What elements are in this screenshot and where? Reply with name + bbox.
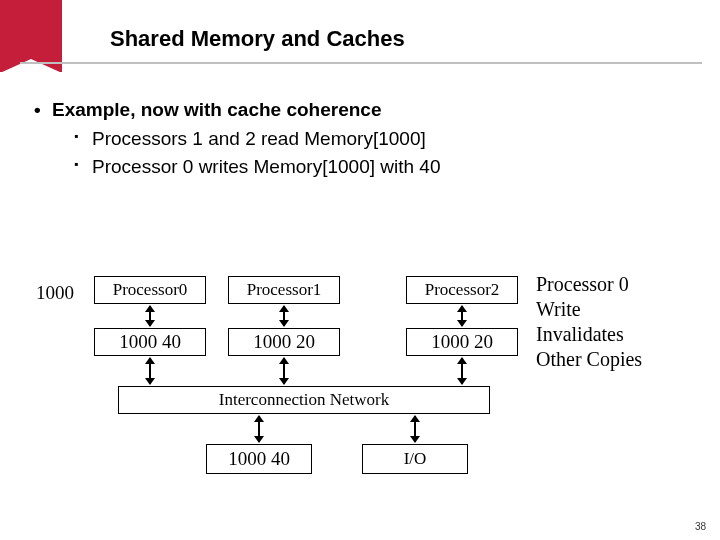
annotation-line: Invalidates (536, 322, 642, 347)
arrow-proc2-cache (461, 306, 463, 326)
io-box: I/O (362, 444, 468, 474)
bullet-level1: Example, now with cache coherence (34, 96, 702, 125)
cache-2-box: 1000 20 (406, 328, 518, 356)
memory-address-label: 1000 (36, 282, 74, 304)
bullet-level2: Processors 1 and 2 read Memory[1000] (74, 125, 702, 154)
cache-0-box: 1000 40 (94, 328, 206, 356)
interconnection-network-box: Interconnection Network (118, 386, 490, 414)
title-underline (20, 62, 702, 64)
body-content: Example, now with cache coherence Proces… (28, 96, 702, 182)
memory-box: 1000 40 (206, 444, 312, 474)
architecture-diagram: 1000 Processor0 Processor1 Processor2 10… (36, 272, 686, 502)
processor-2-box: Processor2 (406, 276, 518, 304)
slide-title: Shared Memory and Caches (110, 26, 700, 60)
annotation-line: Write (536, 297, 642, 322)
arrow-cache1-bus (283, 358, 285, 384)
processor-0-box: Processor0 (94, 276, 206, 304)
annotation-line: Other Copies (536, 347, 642, 372)
arrow-proc1-cache (283, 306, 285, 326)
page-number: 38 (695, 521, 706, 532)
cache-1-box: 1000 20 (228, 328, 340, 356)
annotation-line: Processor 0 (536, 272, 642, 297)
annotation-text: Processor 0 Write Invalidates Other Copi… (536, 272, 642, 372)
arrow-bus-io (414, 416, 416, 442)
arrow-bus-memory (258, 416, 260, 442)
bullet-level2: Processor 0 writes Memory[1000] with 40 (74, 153, 702, 182)
title-block: Shared Memory and Caches (110, 26, 700, 60)
arrow-cache0-bus (149, 358, 151, 384)
processor-1-box: Processor1 (228, 276, 340, 304)
arrow-cache2-bus (461, 358, 463, 384)
arrow-proc0-cache (149, 306, 151, 326)
